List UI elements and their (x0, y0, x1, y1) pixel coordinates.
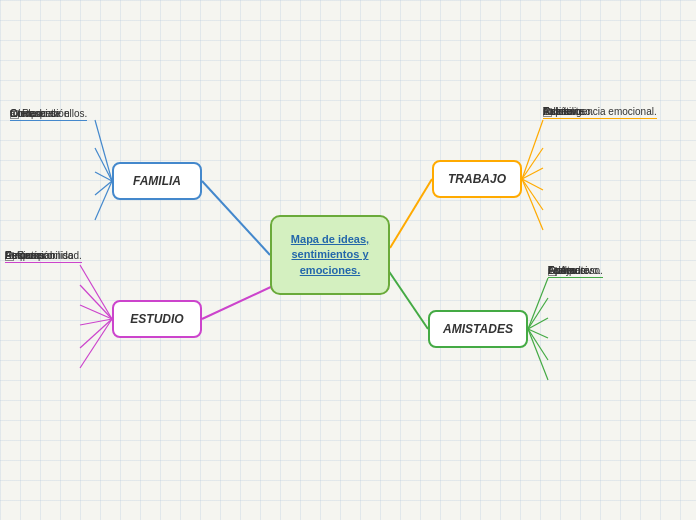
center-node: Mapa de ideas, sentimientos y emociones. (270, 215, 390, 295)
svg-line-26 (528, 329, 548, 380)
svg-line-14 (522, 179, 543, 230)
svg-line-8 (95, 181, 112, 220)
amistades-node: AMISTADES (428, 310, 528, 348)
familia-node: FAMILIA (112, 162, 202, 200)
trabajo-node: TRABAJO (432, 160, 522, 198)
familia-leaf-4: Cuidado de ellos. (10, 108, 87, 121)
amistades-label: AMISTADES (443, 322, 513, 336)
familia-label: FAMILIA (133, 174, 181, 188)
svg-line-9 (522, 120, 543, 179)
svg-line-24 (528, 329, 548, 338)
svg-line-16 (80, 285, 112, 319)
svg-line-15 (80, 265, 112, 319)
svg-line-7 (95, 181, 112, 195)
amistades-leaf-5: Lealtad. (548, 265, 584, 278)
svg-line-3 (388, 270, 428, 329)
trabajo-label: TRABAJO (448, 172, 506, 186)
svg-line-18 (80, 319, 112, 325)
svg-line-22 (528, 298, 548, 329)
svg-line-21 (528, 278, 548, 329)
svg-line-0 (202, 181, 270, 255)
svg-line-13 (522, 179, 543, 210)
svg-line-11 (522, 168, 543, 179)
svg-line-25 (528, 329, 548, 360)
svg-line-1 (390, 179, 432, 248)
svg-line-19 (80, 319, 112, 348)
svg-line-4 (95, 120, 112, 181)
svg-line-10 (522, 148, 543, 179)
svg-line-20 (80, 319, 112, 368)
svg-line-5 (95, 148, 112, 181)
svg-line-12 (522, 179, 543, 190)
svg-line-17 (80, 305, 112, 319)
svg-line-6 (95, 172, 112, 181)
estudio-leaf-5: Esfuerzo. (5, 250, 47, 263)
trabajo-leaf-5: Inclusivo. (543, 106, 585, 119)
estudio-label: ESTUDIO (130, 312, 183, 326)
center-title: Mapa de ideas, sentimientos y emociones. (272, 232, 388, 278)
estudio-node: ESTUDIO (112, 300, 202, 338)
svg-line-23 (528, 318, 548, 329)
svg-line-2 (202, 285, 275, 319)
